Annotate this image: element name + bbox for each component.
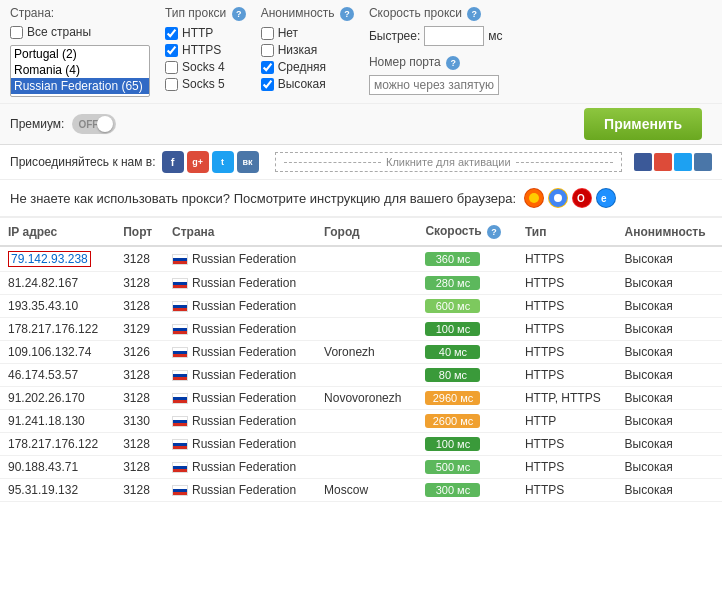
ie-icon[interactable]: e (596, 188, 616, 208)
ip-text: 81.24.82.167 (8, 276, 78, 290)
table-row: 91.202.26.1703128Russian FederationNovov… (0, 387, 722, 410)
cell-anon: Высокая (617, 410, 722, 433)
cell-city (316, 456, 417, 479)
chrome-icon[interactable] (548, 188, 568, 208)
cell-country: Russian Federation (164, 246, 316, 272)
anon-low[interactable]: Низкая (261, 43, 354, 57)
cell-port: 3128 (115, 433, 164, 456)
cell-port: 3128 (115, 295, 164, 318)
firefox-icon[interactable] (524, 188, 544, 208)
cell-anon: Высокая (617, 318, 722, 341)
right-fb-icon[interactable] (634, 153, 652, 171)
cell-city: Moscow (316, 479, 417, 502)
proxy-type-filter: Тип прокси ? HTTP HTTPS Socks 4 Socks 5 (165, 6, 246, 91)
socks4-checkbox[interactable] (165, 61, 178, 74)
speed-input[interactable] (424, 26, 484, 46)
google-plus-icon[interactable]: g+ (187, 151, 209, 173)
anon-high[interactable]: Высокая (261, 77, 354, 91)
cell-speed: 360 мс (417, 246, 516, 272)
anon-medium[interactable]: Средняя (261, 60, 354, 74)
proxy-type-label: Тип прокси ? (165, 6, 246, 21)
anon-medium-checkbox[interactable] (261, 61, 274, 74)
http-checkbox[interactable] (165, 27, 178, 40)
table-row: 79.142.93.2383128Russian Federation360 м… (0, 246, 722, 272)
ip-text: 109.106.132.74 (8, 345, 91, 359)
right-gp-icon[interactable] (654, 153, 672, 171)
twitter-icon[interactable]: t (212, 151, 234, 173)
anon-filter: Анонимность ? Нет Низкая Средняя Высокая (261, 6, 354, 91)
vk-icon[interactable]: вк (237, 151, 259, 173)
browser-bar: Не знаете как использовать прокси? Посмо… (0, 180, 722, 218)
country-name: Russian Federation (192, 345, 296, 359)
country-option-russia[interactable]: Russian Federation (65) (11, 78, 149, 94)
all-countries-row[interactable]: Все страны (10, 25, 150, 39)
port-info-icon[interactable]: ? (446, 56, 460, 70)
cell-anon: Высокая (617, 341, 722, 364)
flag-icon (172, 278, 188, 289)
cell-speed: 80 мс (417, 364, 516, 387)
country-name: Russian Federation (192, 437, 296, 451)
cell-ip: 178.217.176.122 (0, 433, 115, 456)
anon-none-checkbox[interactable] (261, 27, 274, 40)
http-label: HTTP (182, 26, 213, 40)
cell-speed: 100 мс (417, 433, 516, 456)
ip-link[interactable]: 79.142.93.238 (8, 251, 91, 267)
flag-icon (172, 301, 188, 312)
activation-bar[interactable]: Кликните для активации (275, 152, 622, 172)
proxy-type-info-icon[interactable]: ? (232, 7, 246, 21)
proxy-type-socks4[interactable]: Socks 4 (165, 60, 246, 74)
right-tw-icon[interactable] (674, 153, 692, 171)
cell-type: HTTPS (517, 364, 617, 387)
anon-low-checkbox[interactable] (261, 44, 274, 57)
flag-icon (172, 439, 188, 450)
country-filter: Страна: Все страны Portugal (2) Romania … (10, 6, 150, 97)
facebook-icon[interactable]: f (162, 151, 184, 173)
svg-text:e: e (601, 193, 607, 204)
all-countries-checkbox[interactable] (10, 26, 23, 39)
anon-none[interactable]: Нет (261, 26, 354, 40)
proxy-type-http[interactable]: HTTP (165, 26, 246, 40)
cell-speed: 500 мс (417, 456, 516, 479)
speed-badge: 2600 мс (425, 414, 480, 428)
speed-info-icon[interactable]: ? (467, 7, 481, 21)
col-country: Страна (164, 218, 316, 246)
socks5-checkbox[interactable] (165, 78, 178, 91)
table-row: 91.241.18.1303130Russian Federation2600 … (0, 410, 722, 433)
country-name: Russian Federation (192, 460, 296, 474)
cell-country: Russian Federation (164, 387, 316, 410)
premium-toggle[interactable]: OFF (72, 114, 116, 134)
cell-city: Voronezh (316, 341, 417, 364)
anon-low-label: Низкая (278, 43, 318, 57)
port-input[interactable] (369, 75, 499, 95)
country-select[interactable]: Portugal (2) Romania (4) Russian Federat… (10, 45, 150, 97)
right-vk-icon[interactable] (694, 153, 712, 171)
apply-button[interactable]: Применить (584, 108, 702, 140)
speed-row: Быстрее: мс (369, 26, 503, 46)
ip-text: 91.202.26.170 (8, 391, 85, 405)
proxy-type-https[interactable]: HTTPS (165, 43, 246, 57)
cell-anon: Высокая (617, 295, 722, 318)
anon-high-checkbox[interactable] (261, 78, 274, 91)
cell-anon: Высокая (617, 272, 722, 295)
cell-type: HTTP (517, 410, 617, 433)
country-option-romania[interactable]: Romania (4) (11, 62, 149, 78)
anon-info-icon[interactable]: ? (340, 7, 354, 21)
join-label: Присоединяйтесь к нам в: (10, 155, 156, 169)
cell-country: Russian Federation (164, 364, 316, 387)
speed-badge: 360 мс (425, 252, 480, 266)
country-name: Russian Federation (192, 299, 296, 313)
country-option-portugal[interactable]: Portugal (2) (11, 46, 149, 62)
speed-col-info-icon[interactable]: ? (487, 225, 501, 239)
proxy-type-socks5[interactable]: Socks 5 (165, 77, 246, 91)
opera-icon[interactable]: O (572, 188, 592, 208)
speed-badge: 100 мс (425, 322, 480, 336)
country-select-wrap: Portugal (2) Romania (4) Russian Federat… (10, 45, 150, 97)
col-port: Порт (115, 218, 164, 246)
cell-port: 3128 (115, 364, 164, 387)
table-row: 81.24.82.1673128Russian Federation280 мс… (0, 272, 722, 295)
premium-apply-row: Премиум: OFF Применить (0, 104, 722, 145)
speed-label: Скорость прокси ? (369, 6, 503, 21)
port-label: Номер порта ? (369, 55, 503, 70)
table-header-row: IP адрес Порт Страна Город Скорость ? Ти… (0, 218, 722, 246)
https-checkbox[interactable] (165, 44, 178, 57)
